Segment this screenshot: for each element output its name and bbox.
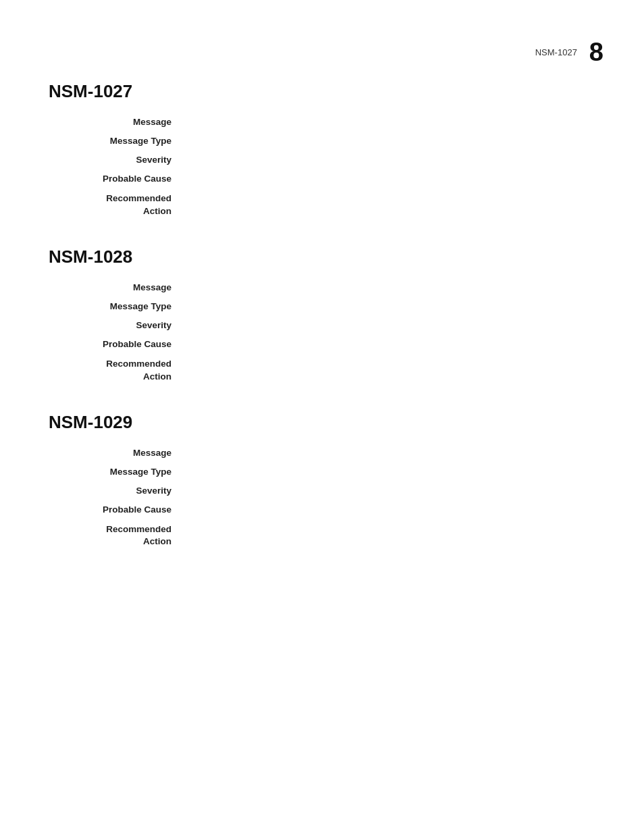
field-value-nsm-1027-0 (184, 115, 576, 130)
field-value-nsm-1027-1 (184, 134, 576, 149)
section-nsm-1028: NSM-1028MessageMessage TypeSeverityProba… (49, 246, 576, 384)
field-label-nsm-1029-1: Message Type (49, 465, 184, 480)
field-row-nsm-1027-1: Message Type (49, 134, 576, 149)
field-value-nsm-1029-3 (184, 503, 576, 518)
field-value-nsm-1029-2 (184, 484, 576, 499)
field-value-nsm-1028-4 (184, 357, 576, 384)
field-value-nsm-1027-3 (184, 172, 576, 187)
field-value-nsm-1029-0 (184, 446, 576, 461)
field-label-nsm-1028-0: Message (49, 281, 184, 296)
field-row-nsm-1027-0: Message (49, 115, 576, 130)
field-value-nsm-1029-1 (184, 465, 576, 480)
field-row-nsm-1027-2: Severity (49, 153, 576, 168)
field-value-nsm-1027-2 (184, 153, 576, 168)
field-value-nsm-1028-1 (184, 300, 576, 315)
field-row-nsm-1029-1: Message Type (49, 465, 576, 480)
field-label-nsm-1029-3: Probable Cause (49, 503, 184, 518)
field-label-nsm-1027-3: Probable Cause (49, 172, 184, 187)
field-value-nsm-1028-2 (184, 319, 576, 334)
field-label-nsm-1027-1: Message Type (49, 134, 184, 149)
main-content: NSM-1027MessageMessage TypeSeverityProba… (0, 0, 644, 548)
field-label-nsm-1027-4: Recommended Action (49, 191, 184, 218)
field-label-nsm-1028-1: Message Type (49, 300, 184, 315)
field-label-nsm-1027-2: Severity (49, 153, 184, 168)
field-value-nsm-1027-4 (184, 191, 576, 218)
field-row-nsm-1028-4: Recommended Action (49, 357, 576, 384)
field-row-nsm-1028-3: Probable Cause (49, 338, 576, 353)
page-header: NSM-1027 8 (535, 39, 603, 65)
field-label-nsm-1029-2: Severity (49, 484, 184, 499)
field-value-nsm-1028-0 (184, 281, 576, 296)
section-title-nsm-1028: NSM-1028 (49, 246, 576, 267)
field-label-nsm-1028-2: Severity (49, 319, 184, 334)
field-row-nsm-1028-0: Message (49, 281, 576, 296)
field-row-nsm-1028-1: Message Type (49, 300, 576, 315)
field-row-nsm-1029-3: Probable Cause (49, 503, 576, 518)
field-label-nsm-1027-0: Message (49, 115, 184, 130)
section-nsm-1027: NSM-1027MessageMessage TypeSeverityProba… (49, 81, 576, 218)
section-title-nsm-1027: NSM-1027 (49, 81, 576, 102)
section-nsm-1029: NSM-1029MessageMessage TypeSeverityProba… (49, 412, 576, 549)
field-row-nsm-1029-0: Message (49, 446, 576, 461)
field-label-nsm-1029-4: Recommended Action (49, 522, 184, 549)
field-row-nsm-1028-2: Severity (49, 319, 576, 334)
field-label-nsm-1028-4: Recommended Action (49, 357, 184, 384)
field-row-nsm-1027-3: Probable Cause (49, 172, 576, 187)
field-row-nsm-1029-2: Severity (49, 484, 576, 499)
field-label-nsm-1029-0: Message (49, 446, 184, 461)
page-header-label: NSM-1027 (535, 47, 577, 57)
field-label-nsm-1028-3: Probable Cause (49, 338, 184, 353)
field-value-nsm-1028-3 (184, 338, 576, 353)
field-row-nsm-1029-4: Recommended Action (49, 522, 576, 549)
field-row-nsm-1027-4: Recommended Action (49, 191, 576, 218)
field-value-nsm-1029-4 (184, 522, 576, 549)
section-title-nsm-1029: NSM-1029 (49, 412, 576, 433)
page-number: 8 (589, 39, 603, 65)
